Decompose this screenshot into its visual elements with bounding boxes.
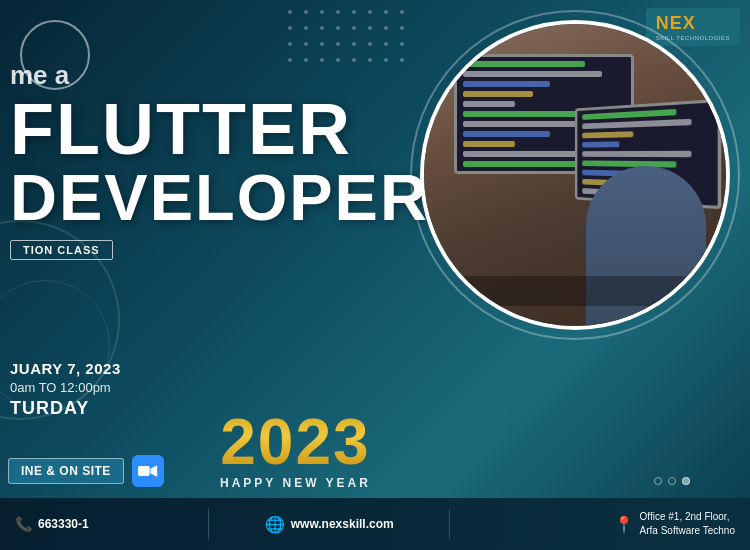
event-day: TURDAY [10,398,121,419]
website-url: www.nexskill.com [291,517,394,531]
main-heading-section: me a FLUTTER DEVELOPER TION CLASS [0,60,429,260]
keyboard [444,276,706,306]
website-section: 🌐 www.nexskill.com [219,515,439,534]
event-info: JUARY 7, 2023 0am TO 12:00pm TURDAY [10,360,121,419]
dot-3[interactable] [682,477,690,485]
divider-2 [449,509,450,539]
globe-icon: 🌐 [265,515,285,534]
zoom-icon [132,455,164,487]
mode-section: INE & ON SITE [8,455,164,487]
address-text: Office #1, 2nd Floor, Arfa Software Tech… [640,510,735,538]
new-year-tagline: HAPPY NEW YEAR [220,476,371,490]
mode-label: INE & ON SITE [8,458,124,484]
address-line1: Office #1, 2nd Floor, [640,511,730,522]
year-section: 2023 HAPPY NEW YEAR [220,410,371,490]
dot-2[interactable] [668,477,676,485]
class-badge: TION CLASS [10,240,113,260]
phone-icon: 📞 [15,516,32,532]
bottom-bar: 📞 663330-1 🌐 www.nexskill.com 📍 Office #… [0,498,750,550]
zoom-svg [138,464,158,478]
flutter-text: FLUTTER [10,93,429,165]
year-number: 2023 [220,410,371,474]
divider-1 [208,509,209,539]
main-container: NEX SKILL TECHNOLOGIES me a FLUTTER DEVE… [0,0,750,550]
become-text: me a [10,60,429,91]
location-icon: 📍 [614,515,634,534]
coding-image [420,20,730,330]
address-line2: Arfa Software Techno [640,525,735,536]
event-time: 0am TO 12:00pm [10,380,121,395]
phone-section: 📞 663330-1 [15,516,198,532]
svg-rect-0 [138,466,150,476]
image-container [420,20,730,360]
phone-number: 663330-1 [38,517,89,531]
dot-1[interactable] [654,477,662,485]
address-section: 📍 Office #1, 2nd Floor, Arfa Software Te… [460,510,735,538]
svg-marker-1 [150,465,157,477]
event-date: JUARY 7, 2023 [10,360,121,377]
carousel-dots [654,477,690,485]
developer-text: DEVELOPER [10,165,429,230]
coding-scene [424,24,726,326]
